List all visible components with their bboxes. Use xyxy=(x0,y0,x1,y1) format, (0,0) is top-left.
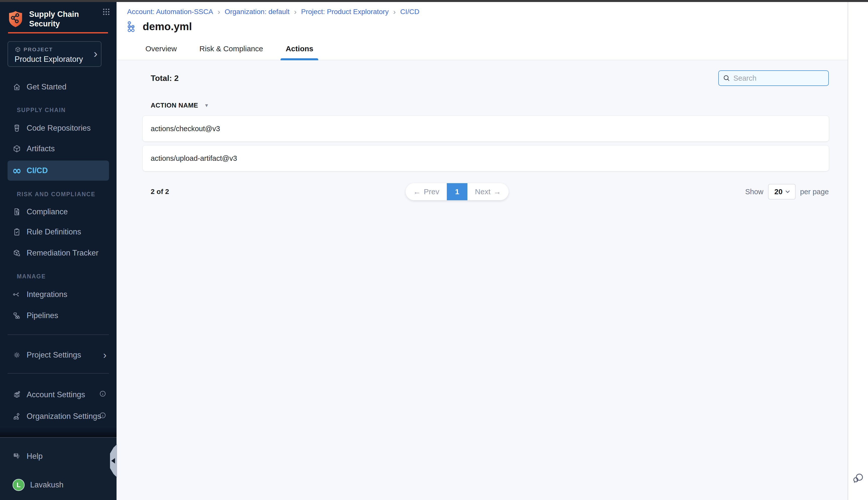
user-name: Lavakush xyxy=(30,480,63,489)
total-count: Total: 2 xyxy=(151,73,178,83)
help-chat-icon xyxy=(13,452,21,461)
sidebar-item-help[interactable]: Help xyxy=(8,446,109,466)
project-selector[interactable]: PROJECT Product Exploratory › xyxy=(8,41,102,67)
breadcrumb-account[interactable]: Account: Automation-SSCA xyxy=(127,8,213,16)
actions-panel: Total: 2 ACTION NAME ▼ actions/checkout@… xyxy=(117,60,848,500)
sidebar-item-organization-settings[interactable]: Organization Settings xyxy=(8,406,109,427)
action-name: actions/upload-artifact@v3 xyxy=(151,154,237,162)
divider xyxy=(8,334,109,335)
arrow-right-icon: → xyxy=(494,188,501,196)
sidebar-item-artifacts[interactable]: Artifacts xyxy=(8,139,109,159)
app-window: Supply Chain Security PROJECT Product Ex… xyxy=(0,0,868,500)
integrations-icon xyxy=(13,290,21,299)
section-header-risk-compliance: RISK AND COMPLIANCE xyxy=(17,191,95,198)
pipelines-icon xyxy=(13,311,21,320)
chevron-right-icon: › xyxy=(294,8,297,16)
sidebar: Supply Chain Security PROJECT Product Ex… xyxy=(0,2,117,500)
sidebar-item-cicd[interactable]: ∞ CI/CD xyxy=(8,161,109,181)
table-row[interactable]: actions/checkout@v3 xyxy=(143,116,829,141)
info-icon[interactable] xyxy=(99,411,106,421)
section-header-supply-chain: SUPPLY CHAIN xyxy=(17,107,66,114)
sort-descending-icon: ▼ xyxy=(204,103,209,108)
sidebar-item-remediation-tracker[interactable]: Remediation Tracker xyxy=(8,243,109,263)
window-top-strip xyxy=(0,0,868,2)
prev-page-button[interactable]: ← Prev xyxy=(406,183,447,200)
per-page-label: per page xyxy=(800,188,829,196)
sidebar-item-project-settings[interactable]: Project Settings › xyxy=(8,345,109,365)
collapse-left-arrow-icon xyxy=(111,458,115,464)
right-gutter xyxy=(848,2,868,500)
sidebar-item-label: Code Repositories xyxy=(27,124,91,133)
page-header: demo.yml xyxy=(127,21,192,33)
info-icon[interactable] xyxy=(99,390,106,399)
column-header-action-name[interactable]: ACTION NAME ▼ xyxy=(151,102,829,109)
section-header-manage: MANAGE xyxy=(17,273,46,280)
next-label: Next xyxy=(475,188,490,196)
page-size-control: Show 20 per page xyxy=(745,184,829,200)
sidebar-item-label: Organization Settings xyxy=(27,412,101,421)
infinity-icon: ∞ xyxy=(13,166,21,175)
org-hierarchy-gear-icon xyxy=(13,412,21,421)
action-name: actions/checkout@v3 xyxy=(151,125,220,133)
tab-bar: Overview Risk & Compliance Actions xyxy=(117,38,848,60)
app-title: Supply Chain Security xyxy=(29,10,79,29)
breadcrumb-cicd[interactable]: CI/CD xyxy=(400,8,419,16)
sidebar-item-get-started[interactable]: Get Started xyxy=(8,77,109,97)
sidebar-item-compliance[interactable]: Compliance xyxy=(8,202,109,222)
gear-icon xyxy=(13,351,21,359)
avatar: L xyxy=(13,479,25,491)
toolbar: Total: 2 xyxy=(143,70,829,86)
footer-shadow xyxy=(0,427,117,437)
search-input[interactable] xyxy=(733,74,816,82)
home-icon xyxy=(13,83,21,91)
arrow-left-icon: ← xyxy=(413,188,421,196)
artifact-cube-icon xyxy=(13,145,21,153)
sidebar-item-pipelines[interactable]: Pipelines xyxy=(8,306,109,326)
main-area: Account: Automation-SSCA › Organization:… xyxy=(117,2,868,500)
pagination-range: 2 of 2 xyxy=(151,188,169,196)
sidebar-item-label: Artifacts xyxy=(27,144,55,153)
pipeline-file-icon xyxy=(127,21,139,33)
clipboard-check-icon xyxy=(13,228,21,236)
chevron-right-icon: › xyxy=(218,8,220,16)
next-page-button[interactable]: Next → xyxy=(467,183,509,200)
pager: ← Prev 1 Next → xyxy=(406,183,508,200)
project-label: PROJECT xyxy=(24,46,53,53)
tab-overview[interactable]: Overview xyxy=(140,38,182,60)
sidebar-item-label: Help xyxy=(27,452,43,461)
cube-icon xyxy=(14,46,21,53)
table-row[interactable]: actions/upload-artifact@v3 xyxy=(143,146,829,171)
user-menu[interactable]: L Lavakush xyxy=(8,475,109,495)
chevron-down-icon xyxy=(785,189,790,193)
sidebar-item-label: Rule Definitions xyxy=(27,227,81,236)
document-search-icon xyxy=(13,207,21,216)
sidebar-item-integrations[interactable]: Integrations xyxy=(8,284,109,305)
sidebar-item-label: CI/CD xyxy=(27,166,48,175)
sidebar-item-label: Get Started xyxy=(27,82,67,91)
page-size-value: 20 xyxy=(774,188,782,196)
sidebar-item-code-repositories[interactable]: Code Repositories xyxy=(8,118,109,138)
app-switcher-icon[interactable] xyxy=(102,8,111,17)
sidebar-item-label: Remediation Tracker xyxy=(27,249,99,258)
code-repo-icon xyxy=(13,124,21,133)
tab-actions[interactable]: Actions xyxy=(280,38,318,60)
chat-help-icon[interactable] xyxy=(852,473,864,486)
tab-risk-compliance[interactable]: Risk & Compliance xyxy=(194,38,268,60)
breadcrumb-organization[interactable]: Organization: default xyxy=(224,8,289,16)
sidebar-item-label: Integrations xyxy=(27,290,67,299)
sidebar-item-label: Account Settings xyxy=(27,390,85,399)
pagination-bar: 2 of 2 ← Prev 1 Next → xyxy=(143,183,829,200)
app-logo: Supply Chain Security xyxy=(8,10,109,29)
page-title: demo.yml xyxy=(143,21,192,33)
page-size-select[interactable]: 20 xyxy=(768,184,796,200)
project-name: Product Exploratory xyxy=(14,55,83,64)
sidebar-item-label: Pipelines xyxy=(27,311,58,320)
chevron-right-icon: › xyxy=(393,8,396,16)
page-number-button[interactable]: 1 xyxy=(447,183,467,200)
column-label: ACTION NAME xyxy=(151,102,198,109)
breadcrumb-project[interactable]: Project: Product Exploratory xyxy=(301,8,389,16)
sidebar-item-rule-definitions[interactable]: Rule Definitions xyxy=(8,222,109,242)
sidebar-item-account-settings[interactable]: Account Settings xyxy=(8,385,109,405)
prev-label: Prev xyxy=(424,188,439,196)
sidebar-item-label: Compliance xyxy=(27,207,68,216)
